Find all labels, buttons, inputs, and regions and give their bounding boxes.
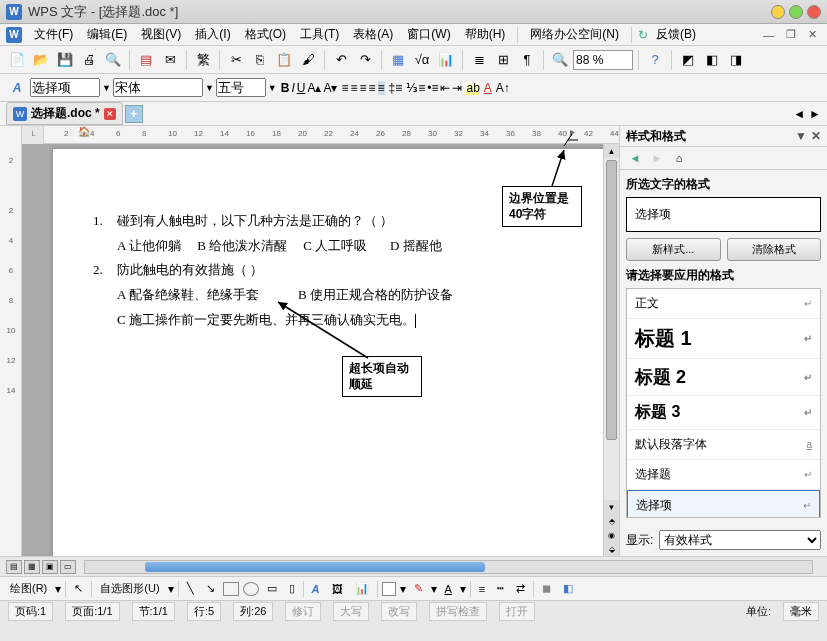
- paste-button[interactable]: 📋: [273, 49, 295, 71]
- minimize-button[interactable]: [771, 5, 785, 19]
- select-arrow-icon[interactable]: ↖: [70, 580, 87, 597]
- style-item-body[interactable]: 正文↵: [627, 289, 820, 319]
- new-style-button[interactable]: 新样式...: [626, 238, 721, 261]
- formula-button[interactable]: √α: [411, 49, 433, 71]
- view-page-button[interactable]: ▣: [42, 560, 58, 574]
- numbering-button[interactable]: ⅓≡: [406, 81, 425, 95]
- indent-marker-right[interactable]: ▸: [570, 126, 575, 137]
- underline-button[interactable]: U: [297, 81, 306, 95]
- horizontal-scrollbar[interactable]: [84, 560, 813, 574]
- selected-format-box[interactable]: 选择项: [626, 197, 821, 232]
- style-item-h1[interactable]: 标题 1↵: [627, 319, 820, 359]
- show-marks-button[interactable]: ¶: [516, 49, 538, 71]
- style-combo[interactable]: [30, 78, 100, 97]
- view-outline-button[interactable]: ▦: [24, 560, 40, 574]
- document-tab[interactable]: W 选择题.doc * ✕: [6, 102, 123, 125]
- tab-close-icon[interactable]: ✕: [104, 108, 116, 120]
- print-button[interactable]: 🖨: [78, 49, 100, 71]
- style-dropdown-icon[interactable]: ▼: [102, 83, 111, 93]
- wordart-icon[interactable]: A: [308, 581, 324, 597]
- view-normal-button[interactable]: ▤: [6, 560, 22, 574]
- picture-icon[interactable]: 🖼: [328, 581, 347, 597]
- unit-value[interactable]: 毫米: [783, 602, 819, 621]
- font-color-draw-icon[interactable]: A: [441, 581, 456, 597]
- help-button[interactable]: ?: [644, 49, 666, 71]
- mdi-restore[interactable]: ❐: [782, 28, 800, 41]
- zoom-combo[interactable]: 88 %: [573, 50, 633, 70]
- style-item-default-para[interactable]: 默认段落字体a: [627, 430, 820, 460]
- hscroll-thumb[interactable]: [145, 562, 485, 572]
- font-shrink-button[interactable]: A▾: [323, 81, 337, 95]
- horizontal-ruler[interactable]: └ 24681012141618202224262830323436384042…: [22, 126, 619, 144]
- status-open[interactable]: 打开: [499, 602, 535, 621]
- vertical-ruler[interactable]: 2 2 4 6 8 10 12 14: [0, 126, 22, 556]
- menu-table[interactable]: 表格(A): [347, 24, 399, 45]
- bullets-button[interactable]: •≡: [427, 81, 438, 95]
- line-shape-icon[interactable]: ╲: [183, 580, 198, 597]
- align-distribute-button[interactable]: ≡: [378, 81, 385, 95]
- cut-button[interactable]: ✂: [225, 49, 247, 71]
- menu-feedback[interactable]: 反馈(B): [650, 24, 702, 45]
- shadow-icon[interactable]: ◼: [538, 580, 555, 597]
- align-justify-button[interactable]: ≡: [369, 81, 376, 95]
- menu-view[interactable]: 视图(V): [135, 24, 187, 45]
- style-item-h2[interactable]: 标题 2↵: [627, 359, 820, 396]
- ext1-button[interactable]: ◩: [677, 49, 699, 71]
- line-spacing-button[interactable]: ‡≡: [389, 81, 403, 95]
- draw-menu[interactable]: 绘图(R): [6, 579, 51, 598]
- browse-object-icon[interactable]: ◉: [604, 528, 619, 542]
- sidebar-close-icon[interactable]: ✕: [811, 129, 821, 143]
- size-combo[interactable]: [216, 78, 266, 97]
- mail-button[interactable]: ✉: [159, 49, 181, 71]
- ext2-button[interactable]: ◧: [701, 49, 723, 71]
- maximize-button[interactable]: [789, 5, 803, 19]
- sidebar-fwd-icon[interactable]: ►: [648, 149, 666, 167]
- scroll-up-icon[interactable]: ▲: [604, 144, 619, 158]
- columns-button[interactable]: ≣: [468, 49, 490, 71]
- tab-prev-icon[interactable]: ◄: [793, 107, 805, 121]
- font-grow-button[interactable]: A▴: [307, 81, 321, 95]
- ext3-button[interactable]: ◨: [725, 49, 747, 71]
- char-scale-button[interactable]: A↑: [496, 81, 510, 95]
- size-dropdown-icon[interactable]: ▼: [268, 83, 277, 93]
- highlight-button[interactable]: ab: [466, 81, 479, 95]
- trad-simp-button[interactable]: 繁: [192, 49, 214, 71]
- indent-inc-button[interactable]: ⇥: [452, 81, 462, 95]
- autoshape-menu[interactable]: 自选图形(U): [96, 579, 163, 598]
- font-dropdown-icon[interactable]: ▼: [205, 83, 214, 93]
- arrow-style-icon[interactable]: ⇄: [512, 580, 529, 597]
- chart-icon[interactable]: 📊: [351, 580, 373, 597]
- save-button[interactable]: 💾: [54, 49, 76, 71]
- textbox-icon[interactable]: ▭: [263, 580, 281, 597]
- scroll-thumb[interactable]: [606, 160, 617, 440]
- mdi-minimize[interactable]: —: [759, 29, 778, 41]
- print-preview-button[interactable]: 🔍: [102, 49, 124, 71]
- refresh-icon[interactable]: ↻: [638, 28, 648, 42]
- wps-menu-icon[interactable]: W: [6, 27, 22, 43]
- sidebar-home-icon[interactable]: ⌂: [670, 149, 688, 167]
- bold-button[interactable]: B: [281, 81, 290, 95]
- menu-file[interactable]: 文件(F): [28, 24, 79, 45]
- vertical-scrollbar[interactable]: ▲ ▼ ⬘ ◉ ⬙: [603, 144, 619, 556]
- scroll-down-icon[interactable]: ▼: [604, 500, 619, 514]
- 3d-icon[interactable]: ◧: [559, 580, 577, 597]
- undo-button[interactable]: ↶: [330, 49, 352, 71]
- clear-format-button[interactable]: 清除格式: [727, 238, 822, 261]
- status-track[interactable]: 修订: [285, 602, 321, 621]
- line-weight-icon[interactable]: ≡: [475, 581, 489, 597]
- style-item-h3[interactable]: 标题 3↵: [627, 396, 820, 430]
- dash-style-icon[interactable]: ┅: [493, 580, 508, 597]
- status-spell[interactable]: 拼写检查: [429, 602, 487, 621]
- menu-tools[interactable]: 工具(T): [294, 24, 345, 45]
- textbox-v-icon[interactable]: ▯: [285, 580, 299, 597]
- oval-shape-icon[interactable]: [243, 582, 259, 596]
- italic-button[interactable]: I: [291, 81, 294, 95]
- mdi-close[interactable]: ✕: [804, 28, 821, 41]
- rect-shape-icon[interactable]: [223, 582, 239, 596]
- font-color-button[interactable]: A: [484, 81, 492, 95]
- align-left-button[interactable]: ≡: [341, 81, 348, 95]
- menu-format[interactable]: 格式(O): [239, 24, 292, 45]
- close-button[interactable]: [807, 5, 821, 19]
- status-overwrite[interactable]: 改写: [381, 602, 417, 621]
- align-center-button[interactable]: ≡: [351, 81, 358, 95]
